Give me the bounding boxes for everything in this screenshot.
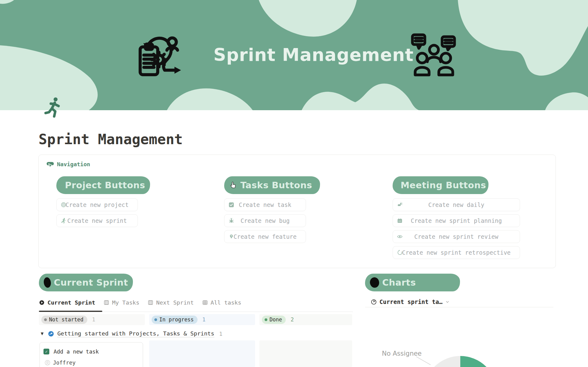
- create-new-project-label: Create new project: [66, 201, 129, 208]
- assignee-name: Joffrey: [53, 360, 76, 366]
- task-checkbox[interactable]: ✓: [43, 349, 49, 354]
- calendar-icon: [397, 218, 403, 224]
- tasks-buttons-label: Tasks Buttons: [240, 180, 312, 190]
- tab-all-tasks[interactable]: All tasks: [202, 299, 241, 306]
- create-new-sprint-review-label: Create new sprint review: [414, 233, 499, 240]
- person-avatar-icon: [44, 360, 51, 366]
- tab-label: Current Sprint: [47, 299, 95, 306]
- status-label: Not started: [49, 316, 84, 323]
- create-new-feature-button[interactable]: Create new feature: [224, 230, 306, 243]
- page-icon-runner[interactable]: [41, 95, 65, 119]
- create-new-bug-label: Create new bug: [240, 217, 289, 224]
- assignee-row: Joffrey: [44, 360, 76, 366]
- status-pill-done[interactable]: Done: [262, 316, 286, 324]
- create-new-daily-button[interactable]: Create new daily: [393, 198, 520, 211]
- tasks-buttons-header[interactable]: Tasks Buttons: [224, 176, 320, 194]
- task-card[interactable]: ✓ Add a new task Joffrey: [40, 342, 143, 367]
- black-circle-icon: [369, 277, 380, 288]
- cursor-hand-icon: [61, 181, 62, 189]
- page-title: Sprint Management: [39, 131, 183, 148]
- board-icon: [104, 300, 109, 305]
- status-pill-in-progress[interactable]: In progress: [152, 316, 198, 324]
- column-count: 2: [291, 316, 294, 323]
- board-column-in-progress: In progress 1: [149, 314, 255, 325]
- collapse-toggle-icon[interactable]: ▼: [41, 331, 43, 336]
- donut-chart: [380, 349, 588, 367]
- tab-label: All tasks: [211, 299, 241, 306]
- cursor-hand-icon: [229, 181, 237, 189]
- status-dot: [265, 318, 267, 321]
- board-column-done: Done 2: [259, 314, 352, 325]
- tab-label: My Tasks: [112, 299, 139, 306]
- create-new-sprint-label: Create new sprint: [67, 217, 127, 224]
- lightbulb-icon: [228, 234, 235, 240]
- table-icon: [202, 300, 208, 305]
- charts-header-label: Charts: [382, 277, 416, 288]
- sprint-group-title[interactable]: Getting started with Projects, Tasks & S…: [57, 330, 214, 337]
- charts-divider: [365, 307, 553, 307]
- create-new-sprint-retrospective-label: Create new sprint retrospective: [402, 249, 511, 256]
- in-progress-column-body: [149, 340, 255, 367]
- pie-clock-icon: [371, 299, 377, 305]
- status-dot: [154, 318, 157, 321]
- create-new-sprint-button[interactable]: Create new sprint: [56, 214, 138, 227]
- board-column-not-started: Not started 1: [39, 314, 145, 325]
- meeting-buttons-label: Meeting Buttons: [401, 180, 486, 190]
- navigation-label: Navigation: [57, 161, 90, 167]
- banner-title: Sprint Management: [213, 45, 414, 65]
- status-label: Done: [270, 316, 282, 323]
- sun-cloud-icon: [397, 202, 403, 208]
- page-cover-banner: Sprint Management: [0, 0, 588, 110]
- bug-icon: [228, 218, 235, 224]
- create-new-sprint-review-button[interactable]: Create new sprint review: [393, 230, 520, 243]
- tab-next-sprint[interactable]: Next Sprint: [148, 299, 194, 306]
- runner-icon: [60, 218, 67, 224]
- chevron-down-icon: [445, 299, 450, 304]
- chart-view-label: Current sprint ta…: [379, 298, 443, 305]
- sprint-arrow-icon: [48, 331, 54, 337]
- navigation-click-icon: [46, 160, 55, 169]
- current-sprint-header-label: Current Sprint: [54, 277, 128, 288]
- create-new-task-label: Create new task: [239, 201, 292, 208]
- chart-view-dropdown[interactable]: Current sprint ta…: [371, 297, 450, 307]
- task-checkbox-icon: [228, 202, 235, 208]
- tab-my-tasks[interactable]: My Tasks: [104, 299, 139, 306]
- project-buttons-header[interactable]: Project Buttons: [56, 176, 150, 194]
- current-sprint-header[interactable]: Current Sprint: [39, 274, 133, 291]
- sprint-management-page: Sprint Management Sprint Management: [0, 0, 588, 367]
- project-buttons-label: Project Buttons: [65, 180, 145, 190]
- create-new-daily-label: Create new daily: [428, 201, 484, 208]
- create-new-sprint-planning-button[interactable]: Create new sprint planning: [393, 214, 520, 227]
- create-new-project-button[interactable]: Create new project: [56, 198, 138, 211]
- create-new-bug-button[interactable]: Create new bug: [224, 214, 306, 227]
- view-tabs: Current Sprint My Tasks Next Sprint All …: [39, 297, 241, 308]
- done-column-body: [259, 340, 352, 367]
- retro-arrow-icon: [397, 249, 403, 256]
- active-tab-underline: [39, 311, 102, 312]
- sprint-group-count: 1: [219, 331, 223, 337]
- meeting-buttons-header[interactable]: Meeting Buttons: [393, 176, 488, 194]
- status-label: In progress: [159, 316, 194, 323]
- board-icon: [148, 300, 153, 305]
- sprint-group-row: ▼ Getting started with Projects, Tasks &…: [39, 329, 222, 339]
- create-new-sprint-planning-label: Create new sprint planning: [411, 217, 502, 224]
- tab-label: Next Sprint: [156, 299, 194, 306]
- create-new-feature-label: Create new feature: [234, 233, 297, 240]
- status-dot: [44, 318, 47, 321]
- column-count: 1: [92, 316, 96, 323]
- play-circle-icon: [39, 300, 45, 305]
- eye-icon: [397, 234, 403, 240]
- task-card-title: Add a new task: [54, 349, 99, 355]
- black-circle-icon: [43, 277, 51, 288]
- tab-current-sprint[interactable]: Current Sprint: [39, 299, 95, 306]
- column-count: 1: [202, 316, 206, 323]
- target-icon: [60, 202, 67, 208]
- charts-header[interactable]: Charts: [365, 274, 460, 291]
- create-new-sprint-retrospective-button[interactable]: Create new sprint retrospective: [393, 246, 520, 259]
- status-pill-not-started[interactable]: Not started: [41, 316, 87, 324]
- create-new-task-button[interactable]: Create new task: [224, 198, 306, 211]
